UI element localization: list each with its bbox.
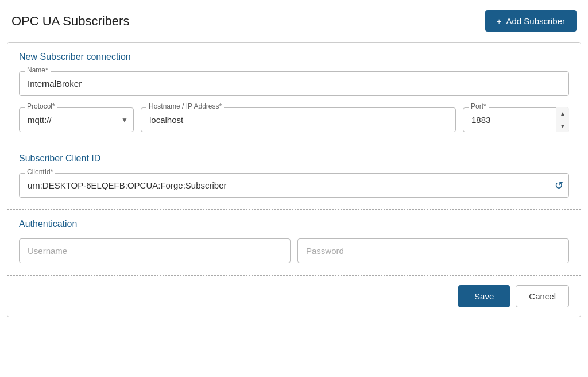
plus-icon: +	[497, 16, 502, 26]
port-spinners: ▲ ▼	[556, 107, 569, 132]
hostname-label: Hostname / IP Address*	[146, 102, 224, 110]
page-title: OPC UA Subscribers	[11, 14, 129, 29]
protocol-field-group: Protocol* mqtt:// mqtts:// ws:// wss:// …	[19, 107, 134, 132]
cancel-button[interactable]: Cancel	[516, 285, 569, 307]
connection-section-title: New Subscriber connection	[19, 52, 569, 62]
page-header: OPC UA Subscribers + Add Subscriber	[0, 0, 588, 42]
authentication-section: Authentication	[7, 210, 581, 275]
name-input[interactable]	[19, 71, 569, 96]
protocol-select-wrapper: mqtt:// mqtts:// ws:// wss:// ▼	[19, 107, 134, 132]
protocol-label: Protocol*	[25, 102, 57, 110]
port-increment-button[interactable]: ▲	[556, 107, 569, 120]
reset-client-id-button[interactable]: ↺	[555, 179, 563, 192]
hostname-input[interactable]	[141, 107, 456, 132]
port-input-wrapper: ▲ ▼	[463, 107, 569, 132]
add-subscriber-label: Add Subscriber	[506, 16, 565, 26]
authentication-section-title: Authentication	[19, 219, 569, 229]
add-subscriber-button[interactable]: + Add Subscriber	[485, 10, 577, 32]
password-input[interactable]	[297, 238, 569, 263]
port-decrement-button[interactable]: ▼	[556, 120, 569, 132]
hostname-field-group: Hostname / IP Address*	[141, 107, 456, 132]
name-field-group: Name*	[19, 71, 569, 96]
username-field-group	[19, 238, 291, 263]
username-input[interactable]	[19, 238, 291, 263]
port-input[interactable]	[463, 107, 569, 132]
form-footer: Save Cancel	[7, 275, 581, 317]
port-label: Port*	[469, 102, 489, 110]
client-id-section: Subscriber Client ID ClientId* ↺	[7, 144, 581, 210]
protocol-select[interactable]: mqtt:// mqtts:// ws:// wss://	[19, 107, 134, 132]
auth-row	[19, 238, 569, 263]
client-id-section-title: Subscriber Client ID	[19, 153, 569, 164]
client-id-input[interactable]	[19, 173, 569, 198]
main-card: New Subscriber connection Name* Protocol…	[7, 42, 581, 317]
name-label: Name*	[25, 66, 51, 74]
connection-row: Protocol* mqtt:// mqtts:// ws:// wss:// …	[19, 107, 569, 132]
port-field-group: Port* ▲ ▼	[463, 107, 569, 132]
client-id-label: ClientId*	[25, 168, 55, 176]
connection-section: New Subscriber connection Name* Protocol…	[7, 43, 581, 144]
client-id-field-group: ClientId* ↺	[19, 173, 569, 198]
reset-icon: ↺	[555, 179, 563, 192]
password-field-group	[297, 238, 569, 263]
save-button[interactable]: Save	[458, 285, 510, 307]
